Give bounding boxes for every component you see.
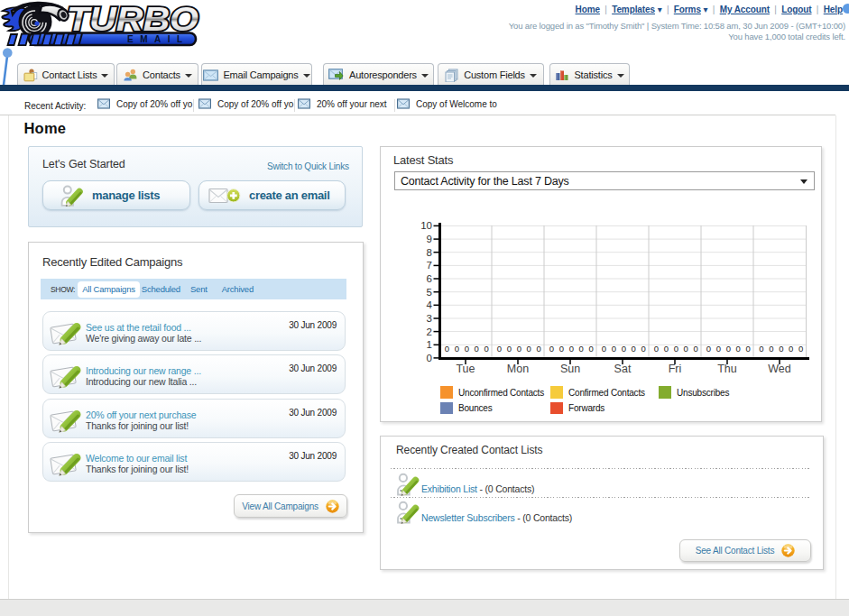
svg-text:0: 0 (484, 344, 488, 354)
svg-text:7: 7 (427, 260, 432, 271)
svg-text:Mon: Mon (507, 363, 529, 375)
svg-text:0: 0 (674, 344, 678, 354)
svg-text:2: 2 (427, 326, 432, 337)
svg-text:Fri: Fri (669, 363, 682, 375)
svg-text:0: 0 (497, 344, 502, 354)
svg-text:9: 9 (427, 234, 432, 244)
svg-text:0: 0 (445, 344, 449, 354)
svg-text:Wed: Wed (768, 363, 791, 375)
svg-text:0: 0 (693, 344, 697, 354)
svg-text:0: 0 (779, 344, 783, 354)
svg-text:0: 0 (475, 344, 479, 354)
svg-text:0: 0 (517, 344, 521, 354)
svg-text:0: 0 (622, 344, 626, 354)
svg-text:0: 0 (798, 344, 803, 354)
svg-text:0: 0 (465, 344, 469, 354)
svg-text:0: 0 (716, 344, 721, 354)
svg-text:0: 0 (427, 353, 432, 363)
svg-text:Sun: Sun (560, 363, 580, 375)
svg-text:0: 0 (726, 344, 731, 354)
svg-text:0: 0 (632, 344, 636, 354)
svg-text:0: 0 (769, 344, 773, 354)
svg-text:3: 3 (427, 313, 432, 324)
svg-text:Thu: Thu (717, 363, 737, 375)
svg-text:Sat: Sat (614, 363, 632, 375)
svg-text:0: 0 (588, 344, 593, 354)
svg-text:0: 0 (684, 344, 688, 354)
svg-text:0: 0 (759, 344, 763, 354)
svg-text:0: 0 (507, 344, 512, 354)
svg-text:0: 0 (706, 344, 711, 354)
svg-text:0: 0 (569, 344, 574, 354)
svg-text:8: 8 (427, 247, 432, 258)
svg-text:0: 0 (549, 344, 554, 354)
svg-text:0: 0 (527, 344, 531, 354)
svg-text:10: 10 (420, 220, 432, 231)
svg-text:0: 0 (654, 344, 659, 354)
svg-text:0: 0 (789, 344, 793, 354)
svg-text:4: 4 (427, 299, 433, 310)
svg-text:5: 5 (427, 287, 432, 298)
svg-text:0: 0 (559, 344, 564, 354)
svg-text:0: 0 (602, 344, 606, 354)
svg-text:0: 0 (579, 344, 584, 354)
svg-text:0: 0 (455, 344, 459, 354)
svg-text:0: 0 (745, 344, 750, 354)
svg-text:0: 0 (664, 344, 669, 354)
svg-text:0: 0 (536, 344, 540, 354)
svg-text:0: 0 (641, 344, 645, 354)
svg-text:0: 0 (612, 344, 616, 354)
svg-text:0: 0 (736, 344, 741, 354)
svg-text:EMAIL: EMAIL (127, 34, 189, 44)
svg-text:6: 6 (427, 273, 432, 284)
svg-text:Tue: Tue (456, 363, 475, 375)
svg-text:1: 1 (427, 339, 432, 350)
